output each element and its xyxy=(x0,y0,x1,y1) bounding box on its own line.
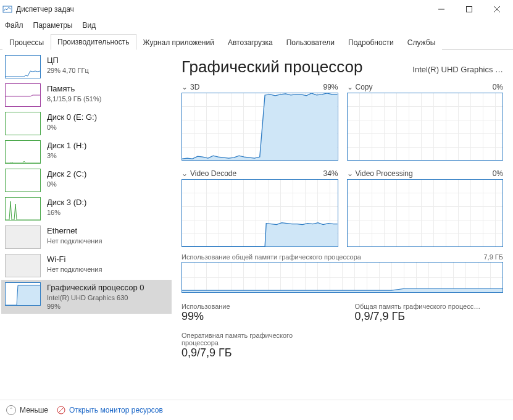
sidebar-item-label: ЦП xyxy=(47,55,89,66)
sidebar-item-disk2[interactable]: Диск 2 (C:)0% xyxy=(1,166,172,195)
stat-shared-memory: Общая память графического процесс… 0,9/7… xyxy=(355,303,504,323)
fewer-details-button[interactable]: ˄ Меньше xyxy=(6,405,48,415)
svg-marker-6 xyxy=(182,93,338,160)
fewer-details-label: Меньше xyxy=(20,406,48,414)
sidebar-item-wifi[interactable]: Wi-FiНет подключения xyxy=(1,251,172,280)
menubar: Файл Параметры Вид xyxy=(0,19,513,33)
plot-pct: 0% xyxy=(493,83,503,91)
tab-startup[interactable]: Автозагрузка xyxy=(221,35,280,50)
tab-performance[interactable]: Производительность xyxy=(51,34,136,50)
close-button[interactable] xyxy=(483,0,511,19)
titlebar: Диспетчер задач xyxy=(0,0,513,19)
content: ЦП29% 4,70 ГГц Память8,1/15,9 ГБ (51%) Д… xyxy=(0,50,513,400)
sidebar-item-label: Wi-Fi xyxy=(47,254,102,265)
tab-app-history[interactable]: Журнал приложений xyxy=(136,35,221,50)
svg-line-10 xyxy=(59,408,64,413)
sidebar-item-sub: 29% 4,70 ГГц xyxy=(47,66,89,75)
plot-pct: 34% xyxy=(323,169,338,178)
sidebar-item-disk0[interactable]: Диск 0 (E: G:)0% xyxy=(1,109,172,138)
sidebar-item-cpu[interactable]: ЦП29% 4,70 ГГц xyxy=(1,52,172,81)
open-resource-monitor-label: Открыть монитор ресурсов xyxy=(69,406,163,414)
stat-dedicated-memory: Оперативная память графического процессо… xyxy=(181,332,330,359)
sidebar-item-disk1[interactable]: Диск 1 (H:)3% xyxy=(1,138,172,166)
svg-rect-2 xyxy=(466,7,472,12)
stats-grid: Использование 99% Общая память графическ… xyxy=(181,303,503,359)
sidebar-item-sub: 0% xyxy=(47,123,97,132)
sidebar-item-label: Диск 2 (C:) xyxy=(47,169,86,180)
stat-value: 99% xyxy=(181,310,330,323)
sidebar-item-sub: 0% xyxy=(47,180,86,189)
plot-3d-wrap: ⌄3D99% xyxy=(181,83,338,161)
memory-max: 7,9 ГБ xyxy=(483,253,503,261)
resource-monitor-icon xyxy=(57,406,65,414)
menu-file[interactable]: Файл xyxy=(4,20,25,31)
plot-video-processing-wrap: ⌄Video Processing0% xyxy=(347,169,504,247)
sidebar-item-sub: 16% xyxy=(47,208,86,217)
window-title: Диспетчер задач xyxy=(16,5,74,14)
plot-label[interactable]: Video Processing xyxy=(356,169,413,178)
chevron-down-icon[interactable]: ⌄ xyxy=(181,169,188,178)
minimize-button[interactable] xyxy=(427,0,455,19)
plot-video-decode-wrap: ⌄Video Decode34% xyxy=(181,169,338,247)
chevron-up-icon: ˄ xyxy=(6,405,16,415)
svg-marker-5 xyxy=(6,285,41,306)
stat-usage: Использование 99% xyxy=(181,303,330,323)
stat-label: Использование xyxy=(181,303,330,310)
chevron-down-icon[interactable]: ⌄ xyxy=(181,83,188,91)
stat-value: 0,9/7,9 ГБ xyxy=(355,310,504,323)
tab-users[interactable]: Пользователи xyxy=(280,35,341,50)
plot-pct: 0% xyxy=(493,169,503,178)
sidebar-item-label: Память xyxy=(47,83,101,94)
main-panel: Графический процессор Intel(R) UHD Graph… xyxy=(173,50,513,400)
plot-label[interactable]: Video Decode xyxy=(190,169,236,178)
app-icon xyxy=(2,4,12,14)
sidebar-item-sub: 8,1/15,9 ГБ (51%) xyxy=(47,94,101,104)
chevron-down-icon[interactable]: ⌄ xyxy=(347,169,353,178)
window-controls xyxy=(427,0,511,19)
sidebar: ЦП29% 4,70 ГГц Память8,1/15,9 ГБ (51%) Д… xyxy=(0,50,173,400)
plot-3d xyxy=(181,93,338,161)
sidebar-item-memory[interactable]: Память8,1/15,9 ГБ (51%) xyxy=(1,81,172,109)
sidebar-item-disk3[interactable]: Диск 3 (D:)16% xyxy=(1,195,172,223)
sidebar-item-sub: Нет подключения xyxy=(47,265,102,274)
footer: ˄ Меньше Открыть монитор ресурсов xyxy=(0,400,513,420)
plot-copy-wrap: ⌄Copy0% xyxy=(347,83,504,161)
plot-gpu-memory xyxy=(181,262,503,293)
sidebar-item-label: Графический процессор 0 xyxy=(47,282,144,293)
stat-label: Оперативная память графического процессо… xyxy=(181,332,330,346)
menu-view[interactable]: Вид xyxy=(81,20,97,31)
sidebar-item-label: Диск 1 (H:) xyxy=(47,140,86,151)
sidebar-item-gpu0[interactable]: Графический процессор 0Intel(R) UHD Grap… xyxy=(1,280,172,314)
stat-value: 0,9/7,9 ГБ xyxy=(181,346,330,359)
plot-pct: 99% xyxy=(323,83,338,91)
memory-label: Использование общей памяти графического … xyxy=(181,253,361,261)
tab-services[interactable]: Службы xyxy=(401,35,442,50)
sidebar-item-sub: Intel(R) UHD Graphics 630 xyxy=(47,293,144,303)
plot-video-processing xyxy=(347,179,504,247)
plot-video-decode xyxy=(181,179,338,247)
plot-copy xyxy=(347,93,504,161)
tab-bar: Процессы Производительность Журнал прило… xyxy=(0,33,513,50)
stat-label: Общая память графического процесс… xyxy=(355,303,504,310)
sidebar-item-ethernet[interactable]: EthernetНет подключения xyxy=(1,223,172,251)
gpu-memory-wrap: Использование общей памяти графического … xyxy=(181,253,503,293)
sidebar-item-label: Диск 3 (D:) xyxy=(47,197,86,208)
menu-params[interactable]: Параметры xyxy=(32,20,74,31)
svg-marker-7 xyxy=(182,223,338,246)
gpu-name: Intel(R) UHD Graphics … xyxy=(412,65,503,74)
chevron-down-icon[interactable]: ⌄ xyxy=(347,83,353,91)
tab-processes[interactable]: Процессы xyxy=(2,35,51,50)
plot-label[interactable]: Copy xyxy=(356,83,373,91)
sidebar-item-sub: Нет подключения xyxy=(47,237,102,246)
maximize-button[interactable] xyxy=(455,0,483,19)
sidebar-item-sub2: 99% xyxy=(47,302,144,311)
page-title: Графический процессор xyxy=(181,57,362,77)
sidebar-item-label: Ethernet xyxy=(47,225,102,237)
sidebar-item-sub: 3% xyxy=(47,151,86,161)
tab-details[interactable]: Подробности xyxy=(341,35,401,50)
sidebar-item-label: Диск 0 (E: G:) xyxy=(47,112,97,123)
plot-label[interactable]: 3D xyxy=(190,83,199,91)
open-resource-monitor-link[interactable]: Открыть монитор ресурсов xyxy=(57,406,163,414)
